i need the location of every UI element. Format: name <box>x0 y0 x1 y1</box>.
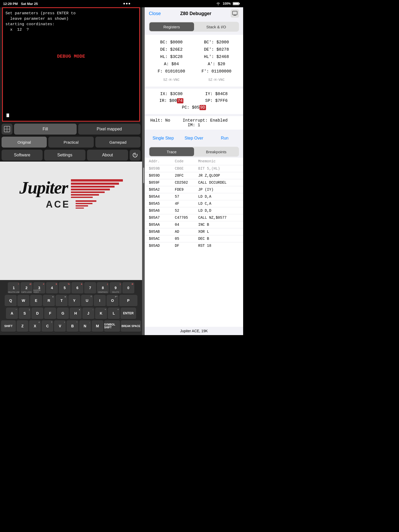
key-m[interactable]: M <box>92 320 103 332</box>
key-p[interactable]: P <box>119 295 137 307</box>
disasm-code: 04 <box>175 223 198 227</box>
key-enter[interactable]: ENTER <box>121 308 136 320</box>
key-c[interactable]: C? <box>42 320 53 332</box>
practical-kb-button[interactable]: Practical <box>48 137 94 148</box>
disasm-row[interactable]: $05A7C47705CALL NZ,$0577 <box>145 214 243 221</box>
left-panel: 12:29 PM Sat Mar 25 100% Set parameters … <box>0 0 142 335</box>
panel-divider <box>142 0 145 335</box>
tab-stack-io[interactable]: Stack & I/O <box>194 22 239 31</box>
key-h[interactable]: H▲ <box>70 308 82 320</box>
disasm-row[interactable]: $05AA04INC B <box>145 221 243 228</box>
disasm-row[interactable]: $059BCB6EBIT 5,(HL) <box>145 165 243 172</box>
registers-grid: BC: $0000 BC': $2000 DE: $26E2 DE': $027… <box>145 37 243 77</box>
key-x[interactable]: X£ <box>29 320 41 332</box>
settings-nav-button[interactable]: Settings <box>44 150 85 161</box>
jupiter-logo: Jupiter <box>19 177 123 198</box>
key-e[interactable]: E <box>30 295 42 307</box>
key-w[interactable]: W <box>17 295 29 307</box>
pc-highlight: 9D <box>200 105 206 110</box>
key-6[interactable]: &6 <box>71 282 83 294</box>
key-5[interactable]: %5 <box>59 282 71 294</box>
status-bar: 12:29 PM Sat Mar 25 100% <box>0 0 243 7</box>
interrupt-status: Interrupt: Enabled <box>183 118 228 123</box>
key-1[interactable]: !1DELETE LINE <box>8 282 20 294</box>
single-step-button[interactable]: Single Step <box>149 133 177 144</box>
asdf-row: A~ S| D F G H▲ J- K+ L= ENTER <box>1 308 141 320</box>
disasm-row[interactable]: $05A54FLD C,A <box>145 200 243 207</box>
disasm-code: C47705 <box>175 216 198 220</box>
disasm-row[interactable]: $05AC05DEC B <box>145 235 243 242</box>
key-k[interactable]: K+ <box>95 308 107 320</box>
key-i[interactable]: I <box>94 295 106 307</box>
key-j[interactable]: J- <box>82 308 94 320</box>
reg-hl-prime: HL': $2468 <box>194 54 239 60</box>
disasm-row[interactable]: $05A457LD D,A <box>145 193 243 200</box>
key-o[interactable]: OP" <box>107 295 118 307</box>
disasm-header: Addr. Code Mnemonic <box>145 158 243 165</box>
col-mnemonic: Mnemonic <box>198 159 239 163</box>
reg-a: A: $04 <box>149 61 194 68</box>
fill-button[interactable]: Fill <box>14 124 77 135</box>
tab-breakpoints[interactable]: Breakpoints <box>194 147 239 156</box>
disasm-mnemonic: LD D,D <box>198 209 239 213</box>
debugger-icon <box>231 9 239 18</box>
key-2[interactable]: @2CAPS LOCK <box>21 282 32 294</box>
key-7[interactable]: 7 <box>84 282 96 294</box>
disasm-addr: $05AC <box>149 237 175 241</box>
pixel-mapped-button[interactable]: Pixel mapped <box>78 124 141 135</box>
key-break-space[interactable]: BREAK SPACE <box>121 320 141 332</box>
key-8[interactable]: (8GRAPHICS <box>97 282 109 294</box>
original-kb-button[interactable]: Original <box>2 137 47 148</box>
key-r[interactable]: R◄ <box>43 295 55 307</box>
key-g[interactable]: G <box>57 308 69 320</box>
halt-status: Halt: No <box>150 118 170 123</box>
disasm-code: 05 <box>175 237 198 241</box>
disasm-row[interactable]: $05ABADXOR L <box>145 228 243 235</box>
stripe-7 <box>71 197 93 198</box>
close-button[interactable]: Close <box>149 11 161 16</box>
disasm-row[interactable]: $05A652LD D,D <box>145 207 243 214</box>
run-button[interactable]: Run <box>210 133 239 144</box>
key-n[interactable]: N, <box>79 320 91 332</box>
key-z[interactable]: Z <box>17 320 28 332</box>
disasm-row[interactable]: $05A2FDE9JP (IY) <box>145 186 243 193</box>
trace-tabs: Trace Breakpoints <box>149 147 239 157</box>
key-shift-left[interactable]: SHIFT <box>1 320 16 332</box>
key-b[interactable]: B* <box>66 320 78 332</box>
svg-rect-2 <box>233 3 239 5</box>
step-over-button[interactable]: Step Over <box>179 133 208 144</box>
software-nav-button[interactable]: Software <box>2 150 43 161</box>
power-button[interactable] <box>130 150 141 161</box>
about-nav-button[interactable]: About <box>87 150 128 161</box>
gamepad-kb-button[interactable]: Gamepad <box>95 137 141 148</box>
key-q[interactable]: Q <box>5 295 17 307</box>
disasm-row[interactable]: $059D28FCJR Z,QLOOP <box>145 172 243 179</box>
scrollbar[interactable] <box>143 168 144 183</box>
reg-f-prime: F': 01100000 <box>194 68 239 75</box>
key-v[interactable]: V/ <box>54 320 66 332</box>
key-a[interactable]: A~ <box>6 308 18 320</box>
key-s[interactable]: S| <box>19 308 31 320</box>
key-3[interactable]: #3NVERSE VIDEO <box>33 282 45 294</box>
key-y[interactable]: Y <box>68 295 80 307</box>
stripe-group <box>71 179 123 198</box>
reg-sp: SP: $7FF6 <box>194 97 239 104</box>
tab-registers[interactable]: Registers <box>149 22 194 31</box>
key-f[interactable]: F <box>44 308 56 320</box>
key-symbol-shift[interactable]: SYMBOL SHIFT <box>104 320 120 332</box>
reg-f: F: 01010100 <box>149 68 194 75</box>
key-0[interactable]: Ø0 <box>122 282 134 294</box>
ace-row: ACE <box>46 199 96 210</box>
disasm-code: 28FC <box>175 174 198 178</box>
key-t[interactable]: T► <box>56 295 68 307</box>
disasm-row[interactable]: $05ADDFRST 18 <box>145 242 243 249</box>
disasm-addr: $059D <box>149 174 175 178</box>
key-d[interactable]: D <box>31 308 43 320</box>
key-l[interactable]: L= <box>108 308 120 320</box>
tab-trace[interactable]: Trace <box>149 147 194 156</box>
key-4[interactable]: $4 <box>46 282 58 294</box>
disasm-mnemonic: XOR L <box>198 230 239 234</box>
key-9[interactable]: )9DELETE <box>110 282 122 294</box>
disasm-row[interactable]: $059FCD2502CALL DCCURDEL <box>145 179 243 186</box>
key-u[interactable]: U© <box>81 295 93 307</box>
